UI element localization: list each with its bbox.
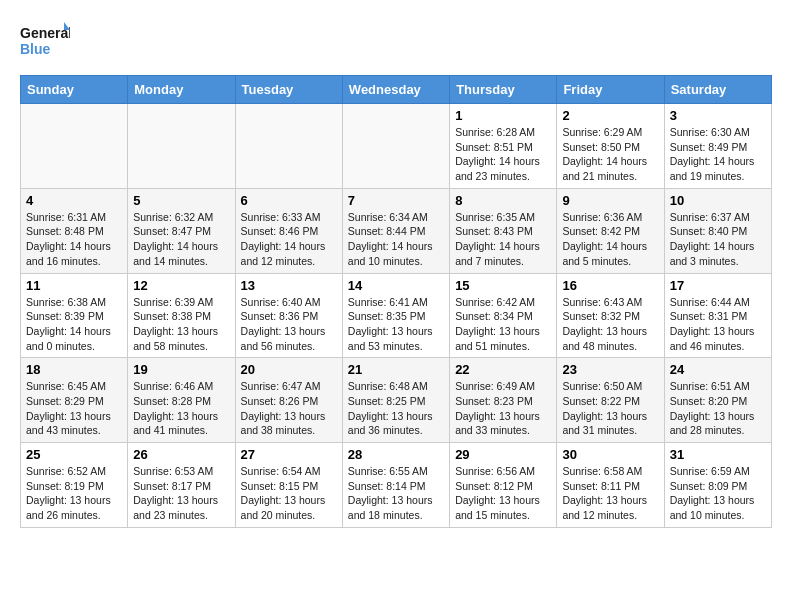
day-header-wednesday: Wednesday <box>342 76 449 104</box>
cell-content: Sunrise: 6:37 AM Sunset: 8:40 PM Dayligh… <box>670 210 766 269</box>
calendar-cell: 27Sunrise: 6:54 AM Sunset: 8:15 PM Dayli… <box>235 443 342 528</box>
day-number: 1 <box>455 108 551 123</box>
cell-content: Sunrise: 6:48 AM Sunset: 8:25 PM Dayligh… <box>348 379 444 438</box>
cell-content: Sunrise: 6:39 AM Sunset: 8:38 PM Dayligh… <box>133 295 229 354</box>
cell-content: Sunrise: 6:50 AM Sunset: 8:22 PM Dayligh… <box>562 379 658 438</box>
logo-svg: General Blue <box>20 20 70 65</box>
calendar-cell: 6Sunrise: 6:33 AM Sunset: 8:46 PM Daylig… <box>235 188 342 273</box>
cell-content: Sunrise: 6:56 AM Sunset: 8:12 PM Dayligh… <box>455 464 551 523</box>
day-number: 21 <box>348 362 444 377</box>
cell-content: Sunrise: 6:41 AM Sunset: 8:35 PM Dayligh… <box>348 295 444 354</box>
day-number: 5 <box>133 193 229 208</box>
calendar-cell: 22Sunrise: 6:49 AM Sunset: 8:23 PM Dayli… <box>450 358 557 443</box>
cell-content: Sunrise: 6:36 AM Sunset: 8:42 PM Dayligh… <box>562 210 658 269</box>
week-row-1: 1Sunrise: 6:28 AM Sunset: 8:51 PM Daylig… <box>21 104 772 189</box>
day-number: 17 <box>670 278 766 293</box>
day-number: 4 <box>26 193 122 208</box>
calendar-cell: 8Sunrise: 6:35 AM Sunset: 8:43 PM Daylig… <box>450 188 557 273</box>
calendar-cell: 17Sunrise: 6:44 AM Sunset: 8:31 PM Dayli… <box>664 273 771 358</box>
calendar-cell: 2Sunrise: 6:29 AM Sunset: 8:50 PM Daylig… <box>557 104 664 189</box>
cell-content: Sunrise: 6:53 AM Sunset: 8:17 PM Dayligh… <box>133 464 229 523</box>
cell-content: Sunrise: 6:30 AM Sunset: 8:49 PM Dayligh… <box>670 125 766 184</box>
calendar-cell: 10Sunrise: 6:37 AM Sunset: 8:40 PM Dayli… <box>664 188 771 273</box>
calendar-cell: 25Sunrise: 6:52 AM Sunset: 8:19 PM Dayli… <box>21 443 128 528</box>
days-header-row: SundayMondayTuesdayWednesdayThursdayFrid… <box>21 76 772 104</box>
calendar-cell <box>128 104 235 189</box>
day-number: 20 <box>241 362 337 377</box>
page-header: General Blue <box>20 20 772 65</box>
calendar-cell: 7Sunrise: 6:34 AM Sunset: 8:44 PM Daylig… <box>342 188 449 273</box>
cell-content: Sunrise: 6:52 AM Sunset: 8:19 PM Dayligh… <box>26 464 122 523</box>
cell-content: Sunrise: 6:51 AM Sunset: 8:20 PM Dayligh… <box>670 379 766 438</box>
week-row-4: 18Sunrise: 6:45 AM Sunset: 8:29 PM Dayli… <box>21 358 772 443</box>
cell-content: Sunrise: 6:31 AM Sunset: 8:48 PM Dayligh… <box>26 210 122 269</box>
calendar-cell: 24Sunrise: 6:51 AM Sunset: 8:20 PM Dayli… <box>664 358 771 443</box>
day-number: 8 <box>455 193 551 208</box>
calendar-cell: 16Sunrise: 6:43 AM Sunset: 8:32 PM Dayli… <box>557 273 664 358</box>
day-number: 13 <box>241 278 337 293</box>
calendar-cell: 9Sunrise: 6:36 AM Sunset: 8:42 PM Daylig… <box>557 188 664 273</box>
day-number: 15 <box>455 278 551 293</box>
calendar-cell: 21Sunrise: 6:48 AM Sunset: 8:25 PM Dayli… <box>342 358 449 443</box>
day-number: 14 <box>348 278 444 293</box>
cell-content: Sunrise: 6:55 AM Sunset: 8:14 PM Dayligh… <box>348 464 444 523</box>
cell-content: Sunrise: 6:35 AM Sunset: 8:43 PM Dayligh… <box>455 210 551 269</box>
day-number: 28 <box>348 447 444 462</box>
day-header-friday: Friday <box>557 76 664 104</box>
week-row-3: 11Sunrise: 6:38 AM Sunset: 8:39 PM Dayli… <box>21 273 772 358</box>
calendar-cell: 14Sunrise: 6:41 AM Sunset: 8:35 PM Dayli… <box>342 273 449 358</box>
calendar-cell: 15Sunrise: 6:42 AM Sunset: 8:34 PM Dayli… <box>450 273 557 358</box>
cell-content: Sunrise: 6:58 AM Sunset: 8:11 PM Dayligh… <box>562 464 658 523</box>
day-header-saturday: Saturday <box>664 76 771 104</box>
calendar-cell: 31Sunrise: 6:59 AM Sunset: 8:09 PM Dayli… <box>664 443 771 528</box>
calendar-cell: 11Sunrise: 6:38 AM Sunset: 8:39 PM Dayli… <box>21 273 128 358</box>
day-number: 7 <box>348 193 444 208</box>
day-number: 6 <box>241 193 337 208</box>
calendar-cell <box>342 104 449 189</box>
cell-content: Sunrise: 6:34 AM Sunset: 8:44 PM Dayligh… <box>348 210 444 269</box>
calendar-cell: 28Sunrise: 6:55 AM Sunset: 8:14 PM Dayli… <box>342 443 449 528</box>
day-number: 27 <box>241 447 337 462</box>
cell-content: Sunrise: 6:44 AM Sunset: 8:31 PM Dayligh… <box>670 295 766 354</box>
calendar-cell <box>21 104 128 189</box>
cell-content: Sunrise: 6:54 AM Sunset: 8:15 PM Dayligh… <box>241 464 337 523</box>
calendar-cell: 4Sunrise: 6:31 AM Sunset: 8:48 PM Daylig… <box>21 188 128 273</box>
day-number: 18 <box>26 362 122 377</box>
cell-content: Sunrise: 6:43 AM Sunset: 8:32 PM Dayligh… <box>562 295 658 354</box>
calendar-cell: 20Sunrise: 6:47 AM Sunset: 8:26 PM Dayli… <box>235 358 342 443</box>
calendar-cell: 12Sunrise: 6:39 AM Sunset: 8:38 PM Dayli… <box>128 273 235 358</box>
day-number: 26 <box>133 447 229 462</box>
calendar-cell: 3Sunrise: 6:30 AM Sunset: 8:49 PM Daylig… <box>664 104 771 189</box>
day-number: 31 <box>670 447 766 462</box>
day-number: 3 <box>670 108 766 123</box>
day-header-tuesday: Tuesday <box>235 76 342 104</box>
cell-content: Sunrise: 6:46 AM Sunset: 8:28 PM Dayligh… <box>133 379 229 438</box>
calendar-cell <box>235 104 342 189</box>
day-number: 22 <box>455 362 551 377</box>
day-number: 11 <box>26 278 122 293</box>
day-number: 23 <box>562 362 658 377</box>
cell-content: Sunrise: 6:28 AM Sunset: 8:51 PM Dayligh… <box>455 125 551 184</box>
cell-content: Sunrise: 6:29 AM Sunset: 8:50 PM Dayligh… <box>562 125 658 184</box>
calendar-cell: 30Sunrise: 6:58 AM Sunset: 8:11 PM Dayli… <box>557 443 664 528</box>
svg-text:Blue: Blue <box>20 41 51 57</box>
cell-content: Sunrise: 6:49 AM Sunset: 8:23 PM Dayligh… <box>455 379 551 438</box>
calendar-cell: 5Sunrise: 6:32 AM Sunset: 8:47 PM Daylig… <box>128 188 235 273</box>
calendar-cell: 29Sunrise: 6:56 AM Sunset: 8:12 PM Dayli… <box>450 443 557 528</box>
calendar-cell: 23Sunrise: 6:50 AM Sunset: 8:22 PM Dayli… <box>557 358 664 443</box>
calendar-table: SundayMondayTuesdayWednesdayThursdayFrid… <box>20 75 772 528</box>
day-number: 29 <box>455 447 551 462</box>
cell-content: Sunrise: 6:42 AM Sunset: 8:34 PM Dayligh… <box>455 295 551 354</box>
week-row-2: 4Sunrise: 6:31 AM Sunset: 8:48 PM Daylig… <box>21 188 772 273</box>
svg-text:General: General <box>20 25 70 41</box>
day-number: 12 <box>133 278 229 293</box>
calendar-cell: 1Sunrise: 6:28 AM Sunset: 8:51 PM Daylig… <box>450 104 557 189</box>
cell-content: Sunrise: 6:32 AM Sunset: 8:47 PM Dayligh… <box>133 210 229 269</box>
day-header-monday: Monday <box>128 76 235 104</box>
cell-content: Sunrise: 6:47 AM Sunset: 8:26 PM Dayligh… <box>241 379 337 438</box>
calendar-cell: 26Sunrise: 6:53 AM Sunset: 8:17 PM Dayli… <box>128 443 235 528</box>
day-number: 24 <box>670 362 766 377</box>
cell-content: Sunrise: 6:45 AM Sunset: 8:29 PM Dayligh… <box>26 379 122 438</box>
calendar-cell: 18Sunrise: 6:45 AM Sunset: 8:29 PM Dayli… <box>21 358 128 443</box>
day-number: 25 <box>26 447 122 462</box>
